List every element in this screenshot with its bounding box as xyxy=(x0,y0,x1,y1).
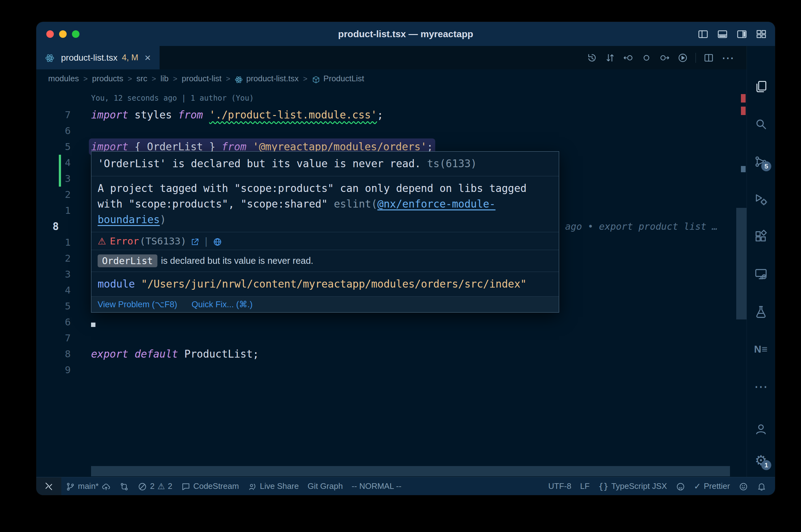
feedback-button[interactable] xyxy=(734,477,752,495)
gitlens-compare-button[interactable] xyxy=(115,477,133,495)
code-line-content[interactable] xyxy=(71,123,747,139)
current-line-number[interactable]: 8 xyxy=(36,218,71,234)
line-number[interactable]: 5 xyxy=(36,298,71,314)
encoding-button[interactable]: UTF-8 xyxy=(544,477,576,495)
line-number[interactable]: 2 xyxy=(36,250,71,266)
nx-console-icon[interactable]: N≡ xyxy=(754,342,768,356)
prettier-button[interactable]: ✓ Prettier xyxy=(690,477,734,495)
errors-icon xyxy=(138,481,147,491)
eol-label: LF xyxy=(580,481,589,491)
line-number[interactable]: 4 xyxy=(36,282,71,298)
breadcrumb-product-list[interactable]: product-list xyxy=(182,74,221,83)
explorer-icon[interactable] xyxy=(754,79,768,94)
github-button[interactable] xyxy=(672,477,690,495)
notifications-button[interactable] xyxy=(752,477,771,495)
breadcrumb-src[interactable]: src xyxy=(136,74,147,83)
remote-explorer-icon[interactable] xyxy=(754,267,768,281)
breadcrumb-modules[interactable]: modules xyxy=(48,74,79,83)
language-mode-button[interactable]: {} TypeScript JSX xyxy=(594,477,671,495)
quick-fix-link[interactable]: Quick Fix... (⌘.) xyxy=(192,300,253,309)
symbol-badge: OrderList xyxy=(98,254,158,267)
hover-title: 'OrderList' is declared but its value is… xyxy=(98,157,421,170)
run-debug-icon[interactable] xyxy=(754,192,768,206)
remote-window-button[interactable] xyxy=(36,477,61,495)
live-share-button[interactable]: Live Share xyxy=(243,477,303,495)
split-editor-icon[interactable] xyxy=(703,53,714,63)
close-tab-icon[interactable]: × xyxy=(145,52,151,64)
view-problem-link[interactable]: View Problem (⌥F8) xyxy=(98,300,177,309)
testing-beaker-icon[interactable] xyxy=(754,304,768,319)
accounts-icon[interactable] xyxy=(754,422,768,436)
branch-name: main* xyxy=(78,481,98,491)
code-line-content[interactable]: import styles from './product-list.modul… xyxy=(71,107,747,123)
code-line-content[interactable] xyxy=(71,362,747,378)
eol-button[interactable]: LF xyxy=(576,477,594,495)
minimize-window-button[interactable] xyxy=(59,30,67,38)
breadcrumb: modules > products > src > lib > product… xyxy=(36,70,747,88)
git-graph-label: Git Graph xyxy=(308,481,343,491)
toggle-secondary-sidebar-icon[interactable] xyxy=(736,28,747,40)
open-external-icon[interactable] xyxy=(190,235,200,247)
toggle-primary-sidebar-icon[interactable] xyxy=(697,28,709,40)
line-number[interactable]: 7 xyxy=(36,107,71,123)
more-views-icon[interactable]: ⋯ xyxy=(754,379,768,394)
line-number[interactable]: 9 xyxy=(36,362,71,378)
run-code-icon[interactable] xyxy=(677,53,688,63)
open-changes-icon[interactable] xyxy=(605,53,616,63)
vim-mode-indicator[interactable]: -- NORMAL -- xyxy=(347,477,406,495)
toggle-panel-icon[interactable] xyxy=(717,28,728,40)
line-number[interactable]: 4 xyxy=(36,155,71,171)
more-actions-icon[interactable]: ⋯ xyxy=(722,53,734,63)
tab-problems-badge: 4, M xyxy=(122,53,139,62)
traffic-lights xyxy=(36,30,79,38)
line-number[interactable]: 6 xyxy=(36,123,71,139)
warning-count: 2 xyxy=(168,481,172,491)
react-file-icon xyxy=(45,54,54,62)
revision-picker-icon[interactable] xyxy=(641,53,652,63)
branch-button[interactable]: main* xyxy=(61,477,115,495)
error-warning-icon: ⚠ xyxy=(98,236,106,247)
module-keyword: module xyxy=(98,278,135,290)
horizontal-scrollbar-thumb[interactable] xyxy=(91,466,730,476)
breadcrumb-products[interactable]: products xyxy=(92,74,123,83)
code-line-content[interactable] xyxy=(71,314,747,330)
window-title: product-list.tsx — myreactapp xyxy=(36,29,775,39)
vertical-scrollbar-thumb[interactable] xyxy=(736,208,747,320)
line-number[interactable]: 1 xyxy=(36,203,71,218)
zoom-window-button[interactable] xyxy=(72,30,79,38)
gitlens-codelens[interactable]: You, 12 seconds ago | 1 author (You) xyxy=(36,91,747,107)
line-number[interactable]: 5 xyxy=(36,139,71,155)
line-number[interactable]: 7 xyxy=(36,330,71,346)
extensions-icon[interactable] xyxy=(754,229,768,244)
breadcrumb-symbol[interactable]: ProductList xyxy=(312,74,364,83)
line-number[interactable]: 3 xyxy=(36,171,71,187)
popup-resize-handle[interactable] xyxy=(91,323,95,327)
line-number[interactable]: 8 xyxy=(36,346,71,362)
globe-icon[interactable] xyxy=(213,235,222,247)
breadcrumb-file[interactable]: product-list.tsx xyxy=(235,74,299,83)
settings-gear-icon[interactable]: ⚙1 xyxy=(754,453,768,468)
overview-ruler xyxy=(736,88,747,477)
source-control-graph-icon[interactable]: 5 xyxy=(754,154,768,169)
codestream-icon xyxy=(181,481,190,491)
previous-revision-icon[interactable] xyxy=(623,53,634,63)
code-line-content[interactable]: export default ProductList; xyxy=(71,346,747,362)
live-share-label: Live Share xyxy=(260,481,299,491)
search-icon[interactable] xyxy=(754,117,768,131)
line-number[interactable]: 1 xyxy=(36,234,71,250)
line-number[interactable]: 6 xyxy=(36,314,71,330)
git-graph-button[interactable]: Git Graph xyxy=(303,477,347,495)
tab-product-list[interactable]: product-list.tsx 4, M × xyxy=(36,46,160,70)
gitlens-inline-blame: ago • export product list … xyxy=(565,218,718,234)
problems-button[interactable]: 2 ⚠ 2 xyxy=(133,477,177,495)
line-number[interactable]: 2 xyxy=(36,187,71,203)
history-icon[interactable] xyxy=(587,53,597,63)
git-branch-icon xyxy=(66,481,75,491)
line-number[interactable]: 3 xyxy=(36,266,71,282)
codestream-button[interactable]: CodeStream xyxy=(177,477,243,495)
close-window-button[interactable] xyxy=(46,30,54,38)
next-revision-icon[interactable] xyxy=(659,53,670,63)
code-line-content[interactable] xyxy=(71,330,747,346)
breadcrumb-lib[interactable]: lib xyxy=(161,74,169,83)
customize-layout-icon[interactable] xyxy=(756,28,767,40)
